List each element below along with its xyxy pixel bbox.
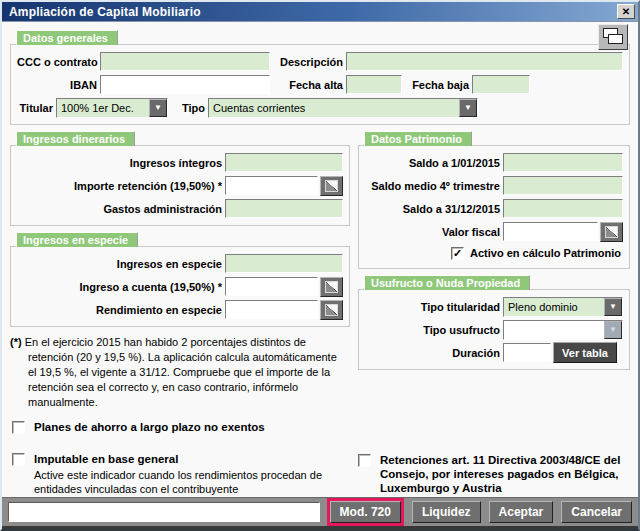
tipo-dropdown[interactable]: Cuentas corrientes ▼ <box>208 98 478 118</box>
window-title: Ampliación de Capital Mobiliario <box>9 5 617 19</box>
fecha-alta-label: Fecha alta <box>273 79 343 91</box>
retenciones-row: Retenciones art. 11 Directiva 2003/48/CE… <box>358 453 630 495</box>
saldo-inicial-label: Saldo a 1/01/2015 <box>365 157 500 169</box>
tipo-usufructo-value <box>504 321 604 339</box>
valor-fiscal-calc-button[interactable] <box>600 222 623 242</box>
imputable-label: Imputable en base general <box>34 452 178 466</box>
descripcion-input[interactable] <box>346 52 623 71</box>
iban-input[interactable] <box>100 75 270 94</box>
mod720-button[interactable]: Mod. 720 <box>330 501 401 523</box>
ingreso-cuenta-calc-button[interactable] <box>320 277 343 297</box>
saldo-final-label: Saldo a 31/12/2015 <box>365 203 500 215</box>
right-column: Datos Patrimonio Saldo a 1/01/2015 Saldo… <box>358 125 630 370</box>
ingresos-integros-label: Ingresos íntegros <box>17 157 222 169</box>
row-saldo-final: Saldo a 31/12/2015 <box>365 197 623 220</box>
planes-ahorro-checkbox[interactable] <box>12 421 25 434</box>
saldo-medio-input[interactable] <box>503 176 623 195</box>
importe-retencion-calc-button[interactable] <box>320 176 343 196</box>
mod720-highlight-box: Mod. 720 <box>327 498 404 526</box>
dialog-content: Datos generales CCC o contrato Descripci… <box>2 22 638 497</box>
valor-fiscal-input[interactable] <box>503 222 598 241</box>
rendimiento-especie-input[interactable] <box>225 300 318 319</box>
cancelar-button[interactable]: Cancelar <box>561 501 632 523</box>
status-input[interactable] <box>8 502 320 522</box>
group-datos-generales: Datos generales CCC o contrato Descripci… <box>10 44 630 125</box>
group-title-ingresos-especie: Ingresos en especie <box>16 232 138 247</box>
group-ingresos-dinerarios: Ingresos dinerarios Ingresos íntegros Im… <box>10 145 350 226</box>
descripcion-label: Descripción <box>273 56 343 68</box>
ccc-label: CCC o contrato <box>17 56 97 68</box>
retenciones-label: Retenciones art. 11 Directiva 2003/48/CE… <box>380 453 630 495</box>
gastos-administracion-input[interactable] <box>225 199 343 218</box>
group-ingresos-especie: Ingresos en especie Ingresos en especie … <box>10 246 350 327</box>
ingresos-integros-input[interactable] <box>225 153 343 172</box>
close-button[interactable]: ✕ <box>617 4 635 19</box>
dialog-window: Ampliación de Capital Mobiliario ✕ Datos… <box>0 0 640 531</box>
importe-retencion-input[interactable] <box>225 176 318 195</box>
footer-buttons: Mod. 720 Liquidez Aceptar Cancelar <box>327 498 632 526</box>
group-datos-patrimonio: Datos Patrimonio Saldo a 1/01/2015 Saldo… <box>358 145 630 269</box>
row-gastos-administracion: Gastos administración <box>17 197 343 220</box>
retencion-footnote: (*) En el ejercicio 2015 han habido 2 po… <box>10 335 346 410</box>
activo-patrimonio-label: Activo en cálculo Patrimonio <box>470 247 621 259</box>
ingresos-especie-input[interactable] <box>225 254 343 273</box>
row-valor-fiscal: Valor fiscal <box>365 220 623 243</box>
ingreso-cuenta-input[interactable] <box>225 277 318 296</box>
calc-icon <box>605 226 618 238</box>
titular-dropdown[interactable]: 100% 1er Dec. ▼ <box>56 98 168 118</box>
group-title-ingresos-dinerarios: Ingresos dinerarios <box>16 131 135 146</box>
gastos-administracion-label: Gastos administración <box>17 203 222 215</box>
activo-patrimonio-checkbox[interactable]: ✓ <box>451 247 464 260</box>
row-ingresos-integros: Ingresos íntegros <box>17 151 343 174</box>
print-button[interactable] <box>598 24 628 50</box>
imputable-checkbox[interactable] <box>12 453 25 466</box>
tipo-usufructo-label: Tipo usufructo <box>365 324 500 336</box>
liquidez-button[interactable]: Liquidez <box>412 501 481 523</box>
footer-bar: Mod. 720 Liquidez Aceptar Cancelar <box>2 497 638 529</box>
valor-fiscal-label: Valor fiscal <box>365 226 500 238</box>
chevron-down-icon[interactable]: ▼ <box>459 99 477 117</box>
row-saldo-inicial: Saldo a 1/01/2015 <box>365 151 623 174</box>
row-tipo-usufructo: Tipo usufructo ▼ <box>365 318 623 341</box>
rendimiento-especie-calc-button[interactable] <box>320 300 343 320</box>
chevron-down-icon[interactable]: ▼ <box>604 298 622 316</box>
aceptar-button[interactable]: Aceptar <box>489 501 554 523</box>
titular-label: Titular <box>17 102 53 114</box>
row-rendimiento-especie: Rendimiento en especie <box>17 298 343 321</box>
ccc-input[interactable] <box>100 52 270 71</box>
printer-icon <box>608 34 623 44</box>
duracion-label: Duración <box>365 347 500 359</box>
duracion-input[interactable] <box>503 343 551 362</box>
checkbox-column-right: Retenciones art. 11 Directiva 2003/48/CE… <box>358 420 630 496</box>
calc-icon <box>325 180 338 192</box>
footnote-marker: (*) <box>10 336 22 348</box>
row-activo-patrimonio: ✓ Activo en cálculo Patrimonio <box>365 243 623 263</box>
titlebar: Ampliación de Capital Mobiliario ✕ <box>2 2 638 22</box>
tipo-titularidad-label: Tipo titularidad <box>365 301 500 313</box>
row-ingresos-especie: Ingresos en especie <box>17 252 343 275</box>
fecha-alta-input[interactable] <box>346 75 402 94</box>
fecha-baja-label: Fecha baja <box>405 79 469 91</box>
checkbox-section: Planes de ahorro a largo plazo no exento… <box>10 420 630 496</box>
tipo-titularidad-dropdown[interactable]: Pleno dominio ▼ <box>503 297 623 317</box>
calc-icon <box>325 281 338 293</box>
chevron-down-icon: ▼ <box>604 321 622 339</box>
check-icon: ✓ <box>453 248 462 259</box>
saldo-medio-label: Saldo medio 4º trimestre <box>365 180 500 192</box>
saldo-final-input[interactable] <box>503 199 623 218</box>
left-column: Ingresos dinerarios Ingresos íntegros Im… <box>10 125 350 410</box>
retenciones-checkbox[interactable] <box>358 454 371 467</box>
row-ingreso-cuenta: Ingreso a cuenta (19,50%) * <box>17 275 343 298</box>
calc-icon <box>325 304 338 316</box>
ver-tabla-button[interactable]: Ver tabla <box>553 342 617 363</box>
iban-label: IBAN <box>17 79 97 91</box>
fecha-baja-input[interactable] <box>472 75 530 94</box>
middle-columns: Ingresos dinerarios Ingresos íntegros Im… <box>10 125 630 410</box>
chevron-down-icon[interactable]: ▼ <box>149 99 167 117</box>
group-title-usufructo: Usufructo o Nuda Propiedad <box>364 275 530 290</box>
saldo-inicial-input[interactable] <box>503 153 623 172</box>
row-saldo-medio: Saldo medio 4º trimestre <box>365 174 623 197</box>
tipo-usufructo-dropdown: ▼ <box>503 320 623 340</box>
checkbox-column-left: Planes de ahorro a largo plazo no exento… <box>10 420 350 496</box>
row-importe-retencion: Importe retención (19,50%) * <box>17 174 343 197</box>
